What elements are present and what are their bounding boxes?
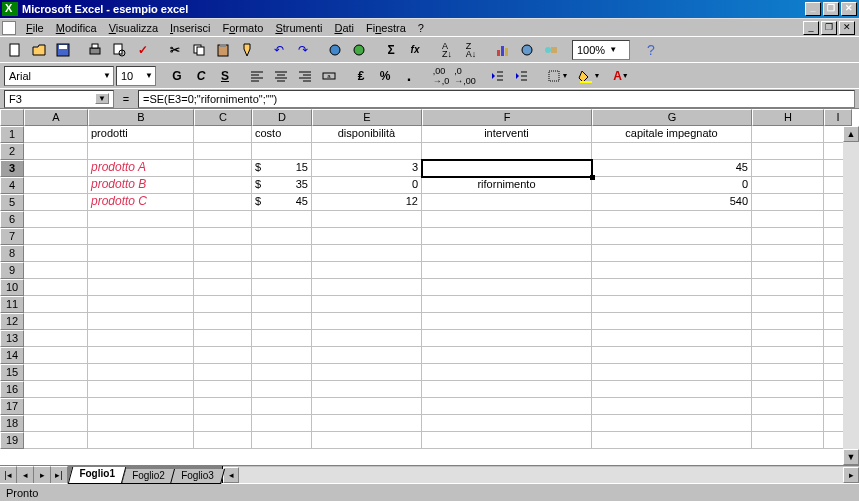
column-header-B[interactable]: B [88,109,194,126]
cell-G2[interactable] [592,143,752,160]
format-painter-button[interactable] [236,39,258,61]
row-header-6[interactable]: 6 [0,211,24,228]
cell-A10[interactable] [24,279,88,296]
cell-B19[interactable] [88,432,194,449]
cell-G4[interactable]: 0 [592,177,752,194]
cell-D11[interactable] [252,296,312,313]
cell-D7[interactable] [252,228,312,245]
cell-G16[interactable] [592,381,752,398]
row-header-17[interactable]: 17 [0,398,24,415]
cell-E4[interactable]: 0 [312,177,422,194]
row-header-15[interactable]: 15 [0,364,24,381]
cell-F11[interactable] [422,296,592,313]
menu-visualizza[interactable]: Visualizza [103,21,164,35]
menu-strumenti[interactable]: Strumenti [269,21,328,35]
cell-G11[interactable] [592,296,752,313]
cell-G8[interactable] [592,245,752,262]
column-header-H[interactable]: H [752,109,824,126]
cell-B14[interactable] [88,347,194,364]
cell-C8[interactable] [194,245,252,262]
cell-D4[interactable]: $35 [252,177,312,194]
cell-H16[interactable] [752,381,824,398]
cell-G5[interactable]: 540 [592,194,752,211]
cell-A17[interactable] [24,398,88,415]
cell-G6[interactable] [592,211,752,228]
row-header-4[interactable]: 4 [0,177,24,194]
cell-F15[interactable] [422,364,592,381]
menu-modifica[interactable]: Modifica [50,21,103,35]
cell-F18[interactable] [422,415,592,432]
cell-D5[interactable]: $45 [252,194,312,211]
cell-E9[interactable] [312,262,422,279]
web-toolbar-button[interactable] [348,39,370,61]
cell-B9[interactable] [88,262,194,279]
cell-E2[interactable] [312,143,422,160]
cut-button[interactable]: ✂ [164,39,186,61]
italic-button[interactable]: C [190,65,212,87]
underline-button[interactable]: S [214,65,236,87]
sheet-tab-foglio2[interactable]: Foglio2 [121,469,176,484]
cell-A16[interactable] [24,381,88,398]
menu-file[interactable]: File [20,21,50,35]
cell-F9[interactable] [422,262,592,279]
print-button[interactable] [84,39,106,61]
paste-button[interactable] [212,39,234,61]
cell-F13[interactable] [422,330,592,347]
cell-H14[interactable] [752,347,824,364]
cell-B17[interactable] [88,398,194,415]
cell-C14[interactable] [194,347,252,364]
cell-E6[interactable] [312,211,422,228]
cell-D3[interactable]: $15 [252,160,312,177]
row-header-18[interactable]: 18 [0,415,24,432]
cell-E16[interactable] [312,381,422,398]
row-header-9[interactable]: 9 [0,262,24,279]
cell-G10[interactable] [592,279,752,296]
cell-H1[interactable] [752,126,824,143]
row-header-19[interactable]: 19 [0,432,24,449]
fill-color-button[interactable]: ▼ [574,65,604,87]
cell-G13[interactable] [592,330,752,347]
cell-B2[interactable] [88,143,194,160]
cell-E11[interactable] [312,296,422,313]
cell-A13[interactable] [24,330,88,347]
cell-D6[interactable] [252,211,312,228]
menu-finestra[interactable]: Finestra [360,21,412,35]
cell-A6[interactable] [24,211,88,228]
cell-A8[interactable] [24,245,88,262]
cell-F3[interactable] [422,160,592,177]
copy-button[interactable] [188,39,210,61]
row-header-10[interactable]: 10 [0,279,24,296]
cell-D2[interactable] [252,143,312,160]
cell-A3[interactable] [24,160,88,177]
font-dropdown[interactable]: Arial▼ [4,66,114,86]
cell-D9[interactable] [252,262,312,279]
name-box[interactable]: F3▼ [4,90,114,108]
cell-B18[interactable] [88,415,194,432]
cell-D10[interactable] [252,279,312,296]
cell-F14[interactable] [422,347,592,364]
cell-F7[interactable] [422,228,592,245]
sheet-tab-foglio1[interactable]: Foglio1 [68,467,126,484]
cell-B10[interactable] [88,279,194,296]
cell-D18[interactable] [252,415,312,432]
tab-nav-prev[interactable]: ◂ [17,466,34,483]
column-header-F[interactable]: F [422,109,592,126]
cell-B3[interactable]: prodotto A [88,160,194,177]
merge-center-button[interactable]: a [318,65,340,87]
tab-nav-first[interactable]: |◂ [0,466,17,483]
cell-C4[interactable] [194,177,252,194]
row-header-5[interactable]: 5 [0,194,24,211]
office-assistant-button[interactable]: ? [640,39,662,61]
cell-A14[interactable] [24,347,88,364]
cell-G9[interactable] [592,262,752,279]
cell-H3[interactable] [752,160,824,177]
cell-A19[interactable] [24,432,88,449]
cell-C7[interactable] [194,228,252,245]
cell-H10[interactable] [752,279,824,296]
cell-E18[interactable] [312,415,422,432]
cell-H13[interactable] [752,330,824,347]
cell-C9[interactable] [194,262,252,279]
cell-E12[interactable] [312,313,422,330]
borders-button[interactable]: ▼ [542,65,572,87]
cell-E7[interactable] [312,228,422,245]
